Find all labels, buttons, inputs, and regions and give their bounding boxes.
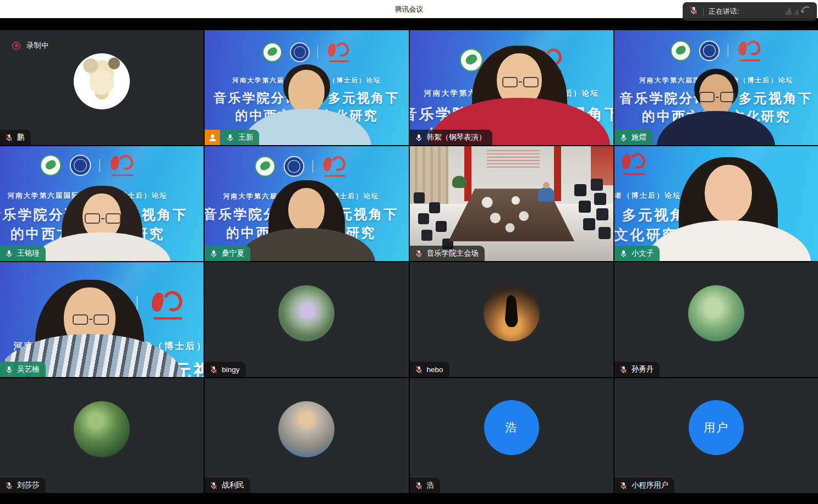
participant-plate-bar: 吴艺楠 xyxy=(0,362,46,377)
video-tile[interactable]: hebo xyxy=(410,262,613,377)
forum-title-line1: 音乐学院分论坛：多元视角下 xyxy=(614,205,712,225)
forum-logo-red xyxy=(326,42,351,62)
mic-muted-icon xyxy=(619,481,628,490)
participant-plate-bar: 韩絮（钢琴表演） xyxy=(410,130,492,145)
participant-plate-bar: 战利民 xyxy=(205,478,250,493)
participant-name: 王新 xyxy=(238,132,253,142)
divider xyxy=(703,7,704,16)
room-red-banner xyxy=(464,146,471,201)
forum-logo-green xyxy=(57,291,85,319)
forum-title-line1: 音乐学院分论坛：多元视角下 xyxy=(205,205,408,224)
video-tile[interactable]: 河南大学第六届国际青年学者（博士后）论坛音乐学院分论坛：多元视角下的中西方音乐文… xyxy=(614,30,818,145)
forum-title-block: 河南大学第六届国际青年学者（博士后）论坛音乐学院分论坛：多元视角下的中西方音乐文… xyxy=(614,76,818,126)
green-pond-avatar xyxy=(688,285,744,341)
forum-logo-row xyxy=(205,156,408,177)
video-tile[interactable]: 河南大学第六届国际青年学者（博士后）论坛音乐学院分论坛：多元视角下的中西方音乐文… xyxy=(0,146,204,261)
virtual-background-artwork: 河南大学第六届国际青年学者（博士后）论坛音乐学院分论坛：多元视角下的中西方音乐文… xyxy=(614,146,712,261)
mic-muted-icon xyxy=(5,134,13,142)
participant-name: 刘莎莎 xyxy=(17,480,40,490)
forum-title-line1: 音乐学院分论坛：多元视角下 xyxy=(410,103,613,124)
mic-muted-icon xyxy=(210,365,218,374)
host-person-icon xyxy=(208,133,217,142)
participant-nameplate: 施熠 xyxy=(614,130,652,145)
video-tile[interactable]: 战利民 xyxy=(205,378,408,493)
university-seal-logo xyxy=(699,41,719,61)
participant-nameplate: 孙勇丹 xyxy=(614,362,660,377)
participant-plate-bar: 孙勇丹 xyxy=(614,362,660,377)
recording-label: 录制中 xyxy=(26,41,49,51)
virtual-background: 河南大学第六届国际青年学者（博士后）论坛音乐学院分论坛：多元视角下的中西方音乐文… xyxy=(0,146,204,261)
participant-name: 桑宁夏 xyxy=(222,248,244,258)
participant-name: 鹏 xyxy=(17,132,25,142)
forum-title-small: 河南大学第六届国际青年学者（博士后）论坛 xyxy=(614,191,712,201)
avatar-initial: 浩 xyxy=(505,420,518,435)
participant-nameplate: hebo xyxy=(410,362,449,377)
forum-logo-row xyxy=(0,291,204,319)
host-badge xyxy=(205,130,220,145)
forum-title-line2: 的中西方音乐文化研究 xyxy=(614,108,818,126)
flowers-photo-avatar xyxy=(278,285,334,341)
logo-divider xyxy=(524,53,525,67)
video-tile[interactable]: 用户小程序用户 xyxy=(614,378,818,493)
university-seal-logo xyxy=(290,42,310,62)
forum-logo-red xyxy=(321,156,348,177)
participant-plate-bar: 浩 xyxy=(410,478,441,493)
participant-nameplate: 小文子 xyxy=(614,246,660,261)
video-tile[interactable]: 河南大学第六届国际青年学者（博士后）论坛音乐学院分论坛：多元视角下的中西方音乐文… xyxy=(0,262,204,377)
forum-title-line2: 的中西方音乐文化研究 xyxy=(205,107,408,124)
participant-name: hebo xyxy=(427,365,443,374)
mic-muted-icon xyxy=(5,481,13,490)
participant-plate-bar: 小程序用户 xyxy=(614,478,675,493)
video-tile[interactable]: 孙勇丹 xyxy=(614,262,818,377)
video-tile[interactable]: 河南大学第六届国际青年学者（博士后）论坛音乐学院分论坛：多元视角下的中西方音乐文… xyxy=(205,146,408,261)
video-tile[interactable]: 刘莎莎 xyxy=(0,378,204,493)
participant-plate-bar: 音乐学院主会场 xyxy=(410,246,485,261)
video-tile[interactable]: 音乐学院主会场 xyxy=(410,146,613,261)
letter-avatar: 用户 xyxy=(689,400,744,455)
mic-on-icon xyxy=(619,134,628,142)
video-tile[interactable]: 浩浩 xyxy=(410,378,613,493)
participant-nameplate: 战利民 xyxy=(205,478,250,493)
forum-logo-green xyxy=(262,42,282,62)
video-tile[interactable]: bingy xyxy=(205,262,408,377)
participant-nameplate: 刘莎莎 xyxy=(0,478,46,493)
recording-indicator: 录制中 xyxy=(12,41,49,51)
forum-logo-green xyxy=(670,41,690,61)
participant-nameplate: 王铭瑾 xyxy=(0,246,46,261)
forum-title-line1: 音乐学院分论坛：多元视角下 xyxy=(205,89,408,107)
forum-title-line2: 的中西方音乐文化研究 xyxy=(205,224,408,242)
conference-room-video xyxy=(410,146,613,261)
cow-cartoon-avatar xyxy=(74,53,130,109)
forum-logo-row xyxy=(205,42,408,62)
participant-nameplate: 鹏 xyxy=(0,130,31,145)
video-tile[interactable]: 河南大学第六届国际青年学者（博士后）论坛音乐学院分论坛：多元视角下的中西方音乐文… xyxy=(410,30,613,145)
speaking-label: 正在讲话: xyxy=(709,7,739,16)
meeting-content-area: 录制中鹏河南大学第六届国际青年学者（博士后）论坛音乐学院分论坛：多元视角下的中西… xyxy=(0,18,818,504)
speaking-bar-arrow-icons xyxy=(781,4,812,19)
forum-title-small: 河南大学第六届国际青年学者（博士后）论坛 xyxy=(205,192,408,201)
video-tile[interactable]: 河南大学第六届国际青年学者（博士后）论坛音乐学院分论坛：多元视角下的中西方音乐文… xyxy=(614,146,818,261)
logo-divider xyxy=(136,296,137,314)
virtual-background-artwork: 河南大学第六届国际青年学者（博士后）论坛音乐学院分论坛：多元视角下的中西方音乐文… xyxy=(0,146,197,261)
university-seal-logo xyxy=(283,156,304,177)
video-tile[interactable]: 河南大学第六届国际青年学者（博士后）论坛音乐学院分论坛：多元视角下的中西方音乐文… xyxy=(205,30,408,145)
mic-muted-icon xyxy=(415,365,423,374)
participant-grid: 录制中鹏河南大学第六届国际青年学者（博士后）论坛音乐学院分论坛：多元视角下的中西… xyxy=(0,30,818,493)
participant-name: 王铭瑾 xyxy=(17,248,40,258)
forum-logo-red xyxy=(619,153,648,175)
video-tile[interactable]: 录制中鹏 xyxy=(0,30,204,145)
virtual-background-artwork: 河南大学第六届国际青年学者（博士后）论坛音乐学院分论坛：多元视角下的中西方音乐文… xyxy=(410,34,613,145)
forum-logo-green xyxy=(255,156,276,177)
logo-divider xyxy=(312,160,313,173)
forum-title-line2: 的中西方音乐文化研究 xyxy=(614,225,712,245)
virtual-background-artwork: 河南大学第六届国际青年学者（博士后）论坛音乐学院分论坛：多元视角下的中西方音乐文… xyxy=(205,146,408,261)
forum-title-block: 河南大学第六届国际青年学者（博士后）论坛音乐学院分论坛：多元视角下的中西方音乐文… xyxy=(205,192,408,242)
forum-logo-red xyxy=(534,48,563,71)
mic-muted-icon xyxy=(415,481,423,490)
virtual-background: 河南大学第六届国际青年学者（博士后）论坛音乐学院分论坛：多元视角下的中西方音乐文… xyxy=(614,146,818,261)
participant-nameplate: 小程序用户 xyxy=(614,478,675,493)
participant-nameplate: 吴艺楠 xyxy=(0,362,46,377)
avatar-initial: 用户 xyxy=(704,420,729,435)
university-seal-logo xyxy=(69,154,91,176)
virtual-background-artwork: 河南大学第六届国际青年学者（博士后）论坛音乐学院分论坛：多元视角下的中西方音乐文… xyxy=(205,30,408,145)
